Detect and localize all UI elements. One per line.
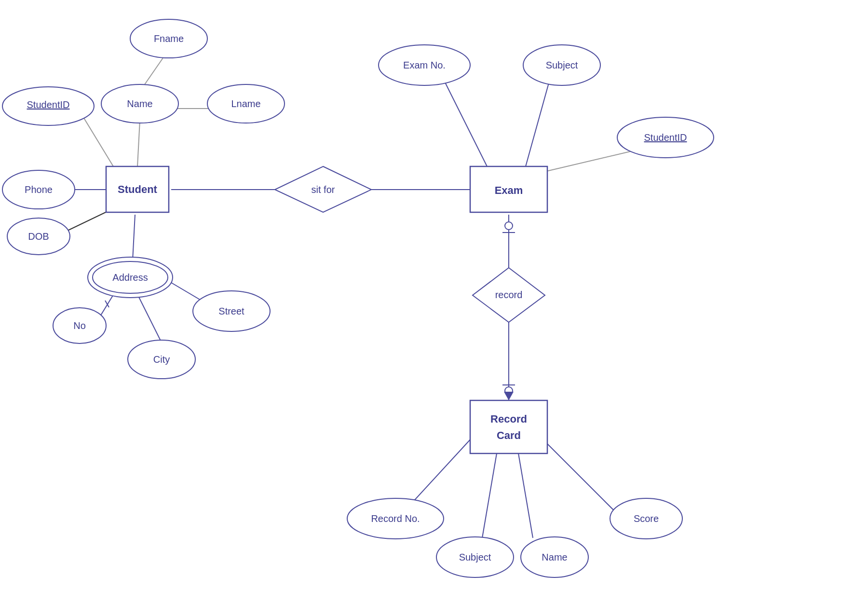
entity-recordcard-label2: Card	[497, 429, 521, 441]
line-studentid-student	[80, 111, 113, 166]
arrow-to-rc	[504, 392, 514, 400]
line-recordno-rc	[405, 432, 477, 510]
participation-exam-record-circle	[505, 222, 513, 230]
attr-subject-rc-label: Subject	[459, 552, 491, 562]
rel-record-label: record	[495, 289, 523, 300]
attr-phone-label: Phone	[25, 184, 53, 195]
line-city-address	[137, 294, 162, 343]
attr-score-label: Score	[634, 513, 659, 524]
attr-dob-label: DOB	[28, 231, 49, 242]
line-score-rc	[538, 434, 620, 516]
attr-studentid2-label: StudentID	[644, 132, 687, 143]
attr-no-label: No	[73, 320, 86, 331]
attr-fname-label: Fname	[154, 33, 184, 44]
attr-studentid-label: StudentID	[27, 99, 70, 110]
line-subject-exam	[526, 80, 550, 166]
line-name-rc	[518, 453, 533, 538]
attr-street-label: Street	[218, 306, 244, 316]
entity-exam-label: Exam	[495, 184, 523, 196]
attr-lname-label: Lname	[231, 98, 260, 109]
line-address-student	[133, 215, 135, 260]
attr-address-label: Address	[112, 272, 148, 283]
attr-city-label: City	[153, 354, 170, 365]
entity-recordcard	[470, 400, 547, 453]
line-name-student	[137, 121, 140, 166]
rel-sitfor-label: sit for	[312, 184, 335, 195]
line-subject-rc	[482, 453, 497, 538]
attr-examno-label: Exam No.	[403, 60, 446, 70]
er-diagram: Student Exam Record Card sit for record …	[0, 0, 868, 603]
attr-subject-exam-label: Subject	[546, 60, 578, 70]
entity-recordcard-label1: Record	[490, 413, 527, 425]
attr-name-label: Name	[127, 98, 152, 109]
line-examno-exam	[444, 80, 487, 166]
entity-student-label: Student	[118, 183, 158, 195]
attr-recordno-label: Record No.	[371, 513, 420, 524]
attr-name-rc-label: Name	[542, 552, 567, 562]
